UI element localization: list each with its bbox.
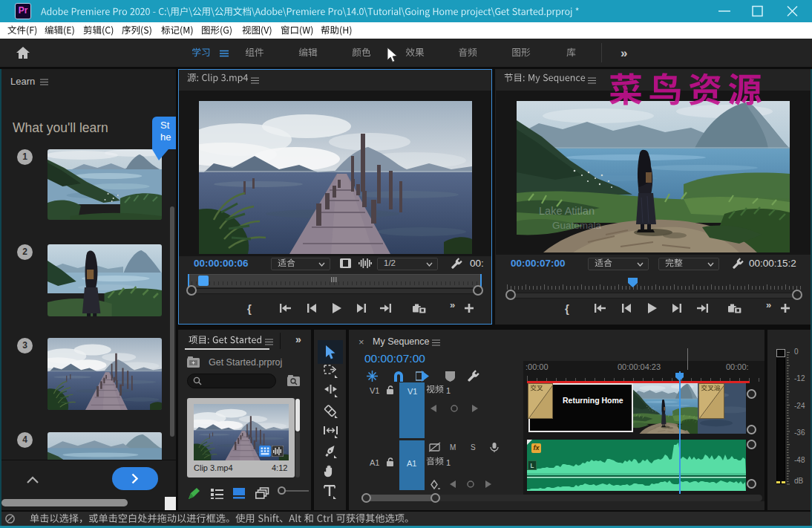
svg-text:Guatemala: Guatemala [552,220,602,231]
svg-text:M: M [450,443,456,452]
svg-text:Lake Atitlan: Lake Atitlan [539,205,595,217]
svg-text:S: S [471,443,476,452]
